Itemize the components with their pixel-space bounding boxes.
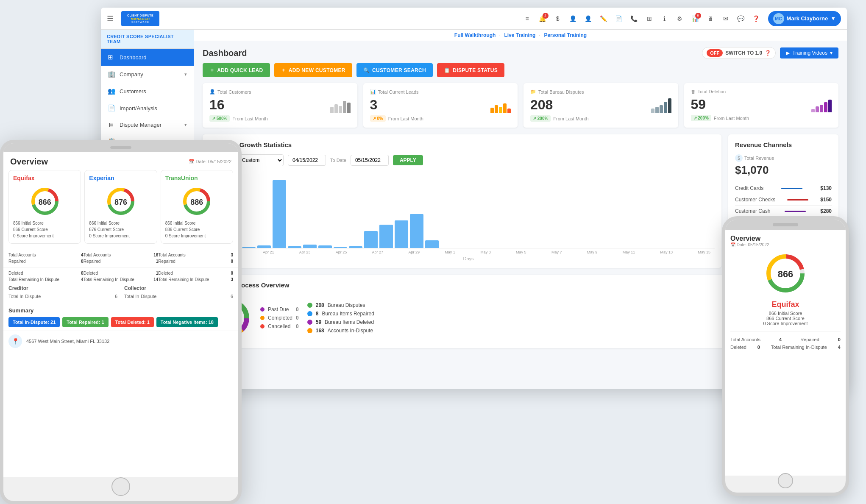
phone-deleted-label: Deleted <box>730 345 746 350</box>
grid-icon[interactable]: ⊞ <box>643 13 655 25</box>
stat-card-customers: 👤 Total Customers 16 <box>203 83 357 128</box>
sidebar-item-customers[interactable]: 👥 Customers <box>101 83 194 100</box>
help-icon[interactable]: ❓ <box>750 13 762 25</box>
deletion-bar-4 <box>824 102 827 112</box>
phone-repaired-label: Repaired <box>800 337 819 342</box>
tablet-creditor-row: Creditor Total In-Dispute 6 Collector To… <box>3 285 238 304</box>
leads-bar-5 <box>507 109 511 113</box>
to-date-input[interactable] <box>351 155 389 166</box>
bureau-disputes-num: 208 <box>316 302 324 308</box>
location-icon: 📍 <box>8 334 22 348</box>
stat-bars-deletion <box>811 97 832 112</box>
phone-icon[interactable]: 📞 <box>628 13 640 25</box>
leads-bar-1 <box>490 108 494 113</box>
ex-remaining: Total Remaining In-Dispute 14 <box>84 276 159 283</box>
user-profile-button[interactable]: MC Mark Clayborne ▼ <box>768 11 841 26</box>
ex-repaired-label: Repaired <box>84 259 101 264</box>
monitor-icon[interactable]: 🖥 <box>704 13 716 25</box>
tablet-date: 📅 Date: 05/15/2022 <box>189 159 231 164</box>
dashboard-header: Dashboard OFF SWITCH TO 1.0 ❓ ▶ Training… <box>194 41 847 63</box>
user-avatar: MC <box>773 13 784 24</box>
experian-stats-2: Deleted 1 Total Remaining In-Dispute 14 <box>84 270 159 283</box>
search-icon: 🔍 <box>363 67 370 73</box>
completed-dot <box>260 316 265 320</box>
personal-training-link[interactable]: Personal Training <box>544 32 587 38</box>
day-label-9: May 7 <box>551 250 562 254</box>
chat-icon[interactable]: 💬 <box>735 13 747 25</box>
tablet-home-button[interactable] <box>111 477 130 496</box>
deletion-bar-2 <box>816 106 819 112</box>
training-videos-button[interactable]: ▶ Training Videos ▾ <box>780 47 838 58</box>
stat-footer-customers: ↗ 500% From Last Month <box>209 115 351 122</box>
add-quick-lead-label: ADD QUICK LEAD <box>217 67 263 73</box>
x-axis-label: Days <box>222 256 715 261</box>
full-walkthrough-link[interactable]: Full Walkthrough <box>454 32 496 38</box>
day-label-8: May 5 <box>516 250 526 254</box>
stat-value-deletion: 59 <box>691 97 706 112</box>
dispute-status-button[interactable]: 📋 DISPUTE STATUS <box>437 63 504 77</box>
tablet-stats-row-1: Total Accounts 4 Repaired 0 Total Accoun… <box>3 249 238 267</box>
bar-chart-labels: Apr 19 Apr 21 Apr 23 Apr 25 Apr 27 Apr 2… <box>222 248 715 254</box>
dollar-icon[interactable]: $ <box>552 13 564 25</box>
notification-icon[interactable]: 🔔2 <box>537 13 549 25</box>
deleted-dot <box>307 320 312 325</box>
tablet-top-bar <box>3 143 238 152</box>
toggle-off-btn[interactable]: OFF <box>707 49 723 57</box>
dispute-status-label: DISPUTE STATUS <box>453 67 498 73</box>
dispute-stat-deleted: 59 Bureau Items Deleted <box>307 319 724 325</box>
phone-home-button[interactable] <box>778 473 793 488</box>
person-icon[interactable]: 👤 <box>582 13 594 25</box>
eq-repaired: Repaired 0 <box>8 258 84 265</box>
leads-bar-3 <box>499 107 502 113</box>
phone-remaining-label: Total Remaining In-Dispute <box>771 345 827 350</box>
tu-total-val: 3 <box>231 253 233 257</box>
mail-icon[interactable]: ✉ <box>720 13 732 25</box>
disputes-bar-5 <box>668 98 671 113</box>
tu-repaired: Repaired 0 <box>158 258 233 265</box>
revenue-row-customer-checks: Customer Checks $150 <box>735 194 832 206</box>
sidebar-item-dashboard[interactable]: ⊞ Dashboard <box>101 49 194 66</box>
user-icon[interactable]: 👤 <box>567 13 579 25</box>
transunion-name: TransUnion <box>165 175 198 181</box>
info-icon[interactable]: ℹ <box>659 13 671 25</box>
sidebar-item-import[interactable]: 📄 Import/Analysis <box>101 100 194 117</box>
business-growth-title: Business Growth Statistics <box>209 141 715 148</box>
menu-icon[interactable]: ☰ <box>107 14 114 23</box>
from-date-input[interactable] <box>288 155 326 166</box>
add-quick-lead-button[interactable]: ＋ ADD QUICK LEAD <box>203 63 270 77</box>
chart-bar-2 <box>257 245 271 248</box>
phone-stat-total-accounts: Total Accounts 4 Repaired 0 <box>730 336 841 343</box>
revenue-row-credit-cards: Credit Cards $130 <box>735 183 832 194</box>
doc-icon[interactable]: 📄 <box>613 13 625 25</box>
phone-notch <box>773 223 798 226</box>
customer-search-button[interactable]: 🔍 CUSTOMER SEARCH <box>356 63 433 77</box>
phone-bureau-name: Equifax <box>730 300 841 309</box>
collector-total-in-dispute: Total In-Dispute 6 <box>124 293 233 300</box>
sidebar-item-dispute[interactable]: 🖥 Dispute Manager ▾ <box>101 117 194 133</box>
settings-icon[interactable]: ⚙ <box>674 13 686 25</box>
creditor-title: Creditor <box>8 285 117 291</box>
edit-icon[interactable]: ✏️ <box>598 13 610 25</box>
sidebar-item-company[interactable]: 🏢 Company ▾ <box>101 66 194 83</box>
list-icon[interactable]: ≡ <box>521 13 533 25</box>
credit-cards-amount: $130 <box>820 185 832 191</box>
ex-deleted: Deleted 1 <box>84 270 159 276</box>
live-training-link[interactable]: Live Training <box>504 32 535 38</box>
tu-total-label: Total Accounts <box>158 253 185 257</box>
chart-icon[interactable]: 📊8 <box>689 13 701 25</box>
repaired-label: Bureau Items Repaired <box>322 311 723 317</box>
tu-total-accounts: Total Accounts 3 <box>158 252 233 258</box>
customer-checks-label: Customer Checks <box>735 197 775 203</box>
add-new-customer-label: ADD NEW CUSTOMER <box>289 67 345 73</box>
add-new-customer-button[interactable]: ＋ ADD NEW CUSTOMER <box>274 63 352 77</box>
sidebar-label-dispute: Dispute Manager <box>120 122 162 128</box>
deletion-bar-1 <box>811 109 815 112</box>
apply-button[interactable]: APPLY <box>393 155 423 165</box>
calendar-small-icon: 📅 <box>189 159 195 164</box>
version-toggle[interactable]: OFF SWITCH TO 1.0 ❓ <box>702 47 776 59</box>
sidebar-label-customers: Customers <box>120 88 146 95</box>
date-range-select[interactable]: Custom Last 7 Days Last 30 Days <box>236 154 284 166</box>
deletion-bar-3 <box>820 105 823 112</box>
sidebar-label-import: Import/Analysis <box>120 105 157 111</box>
logo-box: CLIENT DISPUTE MANAGER SOFTWARE <box>121 11 159 26</box>
